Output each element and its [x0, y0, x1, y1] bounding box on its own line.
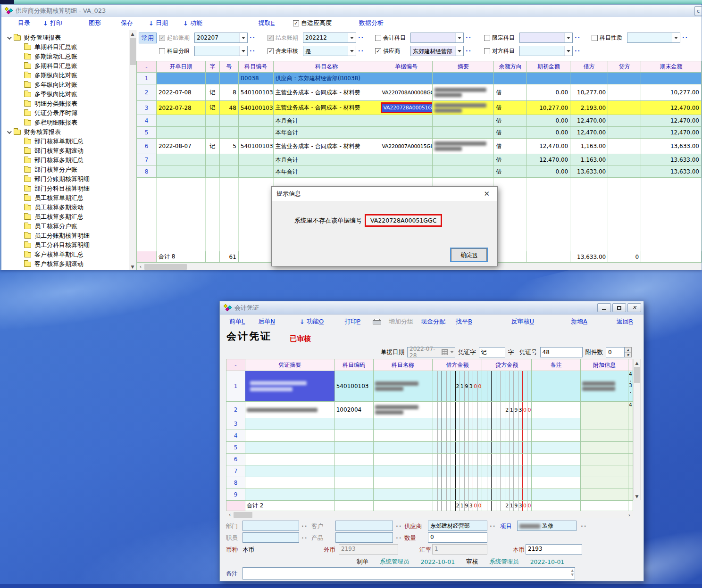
spin-down-icon[interactable]: ▼	[625, 353, 631, 357]
voucher-scrollbar-thumb[interactable]	[634, 367, 640, 383]
chevron-expanded-icon[interactable]	[7, 35, 12, 40]
grid-cell[interactable]: 2022-07-08	[157, 84, 206, 101]
scroll-up-icon[interactable]: ▲	[129, 30, 136, 37]
grid-cell[interactable]	[206, 154, 220, 166]
grid-cell[interactable]: 1,163.00	[570, 154, 608, 166]
grid-cell[interactable]: 2022-07-28	[157, 101, 206, 115]
sidebar-item[interactable]: 员工核算单期汇总	[1, 193, 136, 203]
table-row[interactable]: 1B0038供应商：东郊建材经营部(B0038)	[137, 73, 702, 84]
voucher-cell[interactable]: 219300	[482, 402, 532, 418]
column-header[interactable]: 期初金额	[527, 61, 570, 73]
scroll-down-icon[interactable]: ▼	[129, 263, 136, 270]
filter-combobox[interactable]: 202212	[303, 33, 356, 43]
staff-browse[interactable]: ··	[301, 534, 308, 541]
voucher-cell[interactable]	[482, 371, 532, 402]
voucher-cell[interactable]	[245, 442, 335, 454]
sidebar-item[interactable]: 凭证分录序时簿	[1, 108, 136, 118]
tree-scrollbar[interactable]: ▲ ▼	[129, 30, 136, 270]
product-browse[interactable]: ··	[396, 534, 402, 541]
voucher-cell[interactable]	[581, 465, 628, 477]
grid-cell[interactable]	[641, 73, 702, 84]
dept-browse[interactable]: ··	[301, 522, 308, 530]
grid-cell[interactable]: 7	[137, 154, 157, 166]
grid-cell[interactable]: 借	[494, 84, 527, 101]
sidebar-item[interactable]: 员工核算多期滚动	[1, 203, 136, 212]
voucher-row[interactable]: 5	[226, 442, 633, 454]
grid-cell[interactable]: 540100103	[239, 139, 274, 154]
filter-combobox[interactable]	[410, 33, 464, 43]
grid-cell[interactable]: 10,277.00	[570, 84, 608, 101]
column-header[interactable]: 摘要	[433, 61, 494, 73]
voucher-row[interactable]: 6	[226, 454, 633, 465]
checkbox-checked-icon[interactable]: ✓	[267, 48, 274, 54]
grid-cell[interactable]	[220, 127, 239, 139]
voucher-cell[interactable]	[532, 442, 581, 454]
voucher-cell[interactable]	[482, 489, 532, 501]
grid-cell[interactable]	[206, 166, 220, 178]
grid-cell[interactable]: 借	[494, 127, 527, 139]
sidebar-item[interactable]: 员工分账期核算明细	[1, 231, 136, 240]
grid-cell[interactable]: 0.00	[527, 166, 570, 178]
grid-cell[interactable]: 1	[137, 73, 157, 84]
voucher-cell[interactable]: 4.3.	[628, 371, 633, 402]
grid-cell[interactable]: 记	[206, 101, 220, 115]
table-row[interactable]: 32022-07-28记48540100103主营业务成本 - 合同成本 - 材…	[137, 101, 702, 115]
grid-cell[interactable]	[220, 166, 239, 178]
toolbar-back[interactable]: 返回R	[617, 317, 633, 326]
grid-cell[interactable]	[527, 73, 570, 84]
browse-dots-button[interactable]: ··	[250, 34, 256, 41]
toolbar-cash-alloc[interactable]: 现金分配	[421, 317, 445, 326]
filter-combobox[interactable]	[194, 46, 248, 56]
note-scroll-icons[interactable]: ▲▼	[571, 569, 574, 577]
voucher-cell[interactable]	[245, 418, 335, 430]
table-row[interactable]: 62022-08-07记5540100103主营业务成本 - 合同成本 - 材料…	[137, 139, 702, 154]
voucher-cell[interactable]	[581, 489, 628, 501]
voucher-cell[interactable]: 4	[628, 402, 633, 418]
grid-cell[interactable]	[608, 127, 641, 139]
grid-cell[interactable]: 借	[494, 101, 527, 115]
voucher-cell[interactable]	[628, 430, 633, 442]
browse-dots-button[interactable]: ··	[466, 34, 472, 41]
voucher-cell[interactable]: 5	[226, 442, 245, 454]
voucher-cell[interactable]	[335, 442, 374, 454]
sidebar-item[interactable]: 部门核算多期滚动	[1, 146, 136, 156]
grid-cell[interactable]: 12,470.00	[641, 127, 702, 139]
chevron-down-icon[interactable]	[239, 33, 247, 42]
local-input[interactable]: 2193	[526, 544, 582, 555]
voucher-cell[interactable]	[433, 430, 483, 442]
grid-cell[interactable]: 本月合计	[274, 154, 380, 166]
filter-combobox[interactable]	[519, 46, 573, 56]
browse-dots-button[interactable]: ··	[575, 34, 581, 41]
grid-cell[interactable]: 8	[137, 166, 157, 178]
customer-input[interactable]	[335, 521, 393, 531]
grid-cell[interactable]: 3	[137, 101, 157, 115]
grid-cell[interactable]	[220, 115, 239, 127]
voucher-cell[interactable]: 1002004	[335, 402, 374, 418]
filter-combobox[interactable]: 是	[303, 46, 356, 56]
scroll-left-icon[interactable]: ‹	[226, 511, 234, 519]
grid-cell[interactable]	[570, 73, 608, 84]
toolbar-new[interactable]: 新增A	[571, 317, 587, 326]
voucher-cell[interactable]	[245, 371, 335, 402]
grid-cell[interactable]: VA220807A00015GIE	[380, 139, 433, 154]
table-row[interactable]: 5本年合计借0.0012,470.0012,470.00	[137, 127, 702, 139]
grid-cell[interactable]: 本年合计	[274, 166, 380, 178]
voucher-hscroll-thumb[interactable]	[234, 512, 252, 518]
sidebar-item[interactable]: 多季纵向比对账	[1, 90, 136, 99]
grid-cell[interactable]	[433, 84, 494, 101]
grid-cell[interactable]: 13,633.00	[641, 154, 702, 166]
sidebar-item[interactable]: 部门核算单期汇总	[1, 137, 136, 146]
sidebar-item[interactable]: 明细分类账报表	[1, 99, 136, 108]
voucher-hscrollbar[interactable]: ‹ ›	[226, 511, 633, 518]
checkbox-unchecked-icon[interactable]	[375, 35, 381, 41]
voucher-cell[interactable]	[628, 477, 633, 489]
voucher-grid-scrollbar[interactable]: ▲ ▼	[633, 359, 641, 500]
column-header[interactable]: 科目编号	[239, 61, 274, 73]
grid-cell[interactable]: 4	[137, 115, 157, 127]
voucher-cell[interactable]	[532, 418, 581, 430]
voucher-cell[interactable]	[374, 477, 433, 489]
sidebar-item[interactable]: 客户核算多期滚动	[1, 259, 136, 269]
grid-cell[interactable]: 13,633.00	[641, 139, 702, 154]
voucher-cell[interactable]: 9	[226, 489, 245, 501]
voucher-row[interactable]: 3	[226, 418, 633, 430]
